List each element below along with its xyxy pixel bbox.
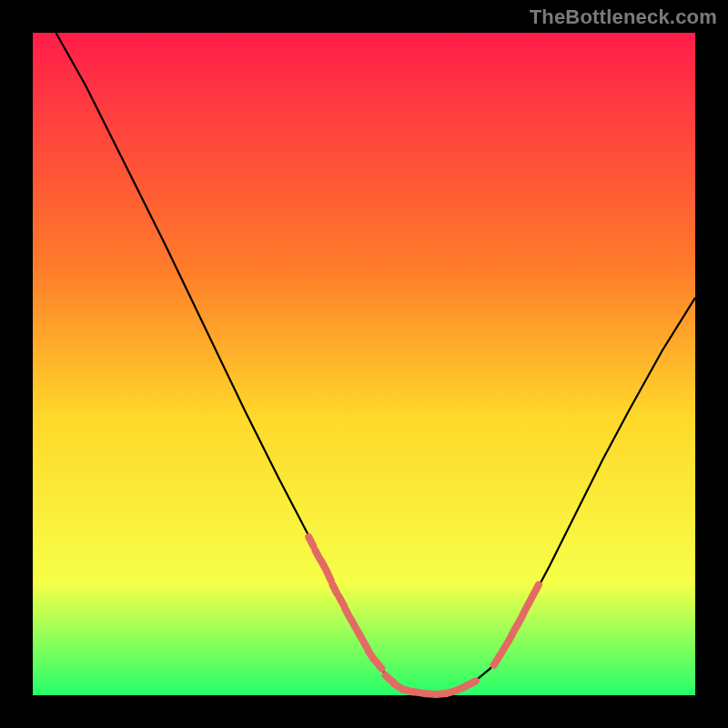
bottleneck-chart: [0, 0, 728, 728]
plot-area: [33, 33, 695, 695]
data-marker: [351, 620, 356, 629]
data-marker: [385, 675, 392, 682]
chart-stage: TheBottleneck.com: [0, 0, 728, 728]
data-marker: [357, 630, 361, 639]
data-marker: [467, 681, 476, 685]
data-marker: [333, 585, 338, 594]
data-marker: [363, 641, 368, 650]
watermark-label: TheBottleneck.com: [530, 5, 717, 29]
data-marker: [327, 571, 331, 581]
data-marker: [494, 656, 500, 664]
data-marker: [308, 537, 313, 546]
data-marker: [345, 609, 349, 618]
data-marker: [339, 597, 344, 606]
data-marker: [500, 646, 506, 654]
data-marker: [376, 661, 382, 669]
data-marker: [534, 585, 539, 594]
data-marker: [315, 551, 319, 560]
